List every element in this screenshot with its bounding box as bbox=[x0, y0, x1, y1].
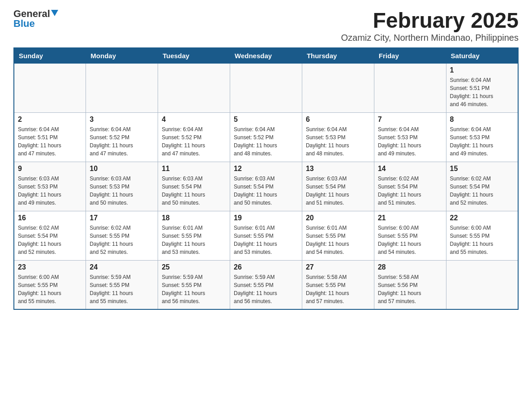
day-number: 18 bbox=[162, 214, 226, 222]
calendar-cell: 12Sunrise: 6:03 AMSunset: 5:54 PMDayligh… bbox=[230, 162, 302, 211]
day-number: 19 bbox=[234, 214, 298, 222]
day-info: Sunrise: 6:00 AMSunset: 5:55 PMDaylight:… bbox=[18, 273, 82, 305]
day-number: 28 bbox=[378, 263, 442, 271]
calendar-cell: 25Sunrise: 5:59 AMSunset: 5:55 PMDayligh… bbox=[158, 260, 230, 309]
col-sunday: Sunday bbox=[14, 48, 86, 64]
calendar-cell bbox=[14, 63, 86, 112]
calendar-cell: 7Sunrise: 6:04 AMSunset: 5:53 PMDaylight… bbox=[374, 112, 446, 162]
day-info: Sunrise: 6:01 AMSunset: 5:55 PMDaylight:… bbox=[306, 224, 370, 256]
col-friday: Friday bbox=[374, 48, 446, 64]
month-title: February 2025 bbox=[341, 9, 519, 33]
day-number: 14 bbox=[378, 165, 442, 173]
day-number: 23 bbox=[18, 263, 82, 271]
day-number: 21 bbox=[378, 214, 442, 222]
day-number: 12 bbox=[234, 165, 298, 173]
day-number: 22 bbox=[450, 214, 514, 222]
logo-general-text: General bbox=[13, 9, 50, 19]
calendar-cell: 26Sunrise: 5:59 AMSunset: 5:55 PMDayligh… bbox=[230, 260, 302, 309]
calendar-cell: 11Sunrise: 6:03 AMSunset: 5:54 PMDayligh… bbox=[158, 162, 230, 211]
day-number: 27 bbox=[306, 263, 370, 271]
day-number: 20 bbox=[306, 214, 370, 222]
calendar-week-4: 16Sunrise: 6:02 AMSunset: 5:54 PMDayligh… bbox=[14, 211, 518, 260]
calendar-cell: 1Sunrise: 6:04 AMSunset: 5:51 PMDaylight… bbox=[446, 63, 518, 112]
title-section: February 2025 Ozamiz City, Northern Mind… bbox=[341, 9, 519, 43]
day-info: Sunrise: 6:04 AMSunset: 5:52 PMDaylight:… bbox=[234, 125, 298, 158]
calendar-cell: 19Sunrise: 6:01 AMSunset: 5:55 PMDayligh… bbox=[230, 211, 302, 260]
day-info: Sunrise: 5:58 AMSunset: 5:55 PMDaylight:… bbox=[306, 273, 370, 305]
day-number: 15 bbox=[450, 165, 514, 173]
calendar-cell: 9Sunrise: 6:03 AMSunset: 5:53 PMDaylight… bbox=[14, 162, 86, 211]
day-number: 5 bbox=[234, 116, 298, 124]
calendar-cell: 3Sunrise: 6:04 AMSunset: 5:52 PMDaylight… bbox=[86, 112, 158, 162]
calendar-cell: 14Sunrise: 6:02 AMSunset: 5:54 PMDayligh… bbox=[374, 162, 446, 211]
calendar-body: 1Sunrise: 6:04 AMSunset: 5:51 PMDaylight… bbox=[14, 63, 518, 309]
calendar-cell: 17Sunrise: 6:02 AMSunset: 5:55 PMDayligh… bbox=[86, 211, 158, 260]
day-info: Sunrise: 6:00 AMSunset: 5:55 PMDaylight:… bbox=[378, 224, 442, 256]
calendar-cell: 27Sunrise: 5:58 AMSunset: 5:55 PMDayligh… bbox=[302, 260, 374, 309]
day-info: Sunrise: 6:04 AMSunset: 5:53 PMDaylight:… bbox=[306, 125, 370, 158]
calendar-cell: 13Sunrise: 6:03 AMSunset: 5:54 PMDayligh… bbox=[302, 162, 374, 211]
calendar-cell: 28Sunrise: 5:58 AMSunset: 5:56 PMDayligh… bbox=[374, 260, 446, 309]
calendar-cell: 6Sunrise: 6:04 AMSunset: 5:53 PMDaylight… bbox=[302, 112, 374, 162]
day-info: Sunrise: 6:02 AMSunset: 5:54 PMDaylight:… bbox=[18, 224, 82, 256]
day-info: Sunrise: 6:04 AMSunset: 5:53 PMDaylight:… bbox=[378, 125, 442, 158]
calendar-cell: 15Sunrise: 6:02 AMSunset: 5:54 PMDayligh… bbox=[446, 162, 518, 211]
day-number: 11 bbox=[162, 165, 226, 173]
col-wednesday: Wednesday bbox=[230, 48, 302, 64]
day-number: 6 bbox=[306, 116, 370, 124]
col-tuesday: Tuesday bbox=[158, 48, 230, 64]
calendar-cell: 4Sunrise: 6:04 AMSunset: 5:52 PMDaylight… bbox=[158, 112, 230, 162]
day-number: 3 bbox=[90, 116, 154, 124]
logo: General Blue bbox=[13, 9, 58, 29]
col-thursday: Thursday bbox=[302, 48, 374, 64]
day-info: Sunrise: 5:59 AMSunset: 5:55 PMDaylight:… bbox=[234, 273, 298, 305]
day-number: 13 bbox=[306, 165, 370, 173]
day-number: 24 bbox=[90, 263, 154, 271]
day-number: 1 bbox=[450, 66, 514, 74]
calendar-cell: 22Sunrise: 6:00 AMSunset: 5:55 PMDayligh… bbox=[446, 211, 518, 260]
calendar-cell bbox=[86, 63, 158, 112]
day-number: 17 bbox=[90, 214, 154, 222]
day-number: 26 bbox=[234, 263, 298, 271]
calendar-cell: 2Sunrise: 6:04 AMSunset: 5:51 PMDaylight… bbox=[14, 112, 86, 162]
day-info: Sunrise: 6:00 AMSunset: 5:55 PMDaylight:… bbox=[450, 224, 514, 256]
col-saturday: Saturday bbox=[446, 48, 518, 64]
header-row: Sunday Monday Tuesday Wednesday Thursday… bbox=[14, 48, 518, 64]
logo-blue-text: Blue bbox=[13, 19, 35, 29]
calendar-table: Sunday Monday Tuesday Wednesday Thursday… bbox=[13, 47, 519, 310]
day-number: 7 bbox=[378, 116, 442, 124]
day-info: Sunrise: 6:04 AMSunset: 5:53 PMDaylight:… bbox=[450, 125, 514, 158]
day-info: Sunrise: 6:03 AMSunset: 5:54 PMDaylight:… bbox=[162, 175, 226, 207]
day-info: Sunrise: 6:02 AMSunset: 5:54 PMDaylight:… bbox=[450, 175, 514, 207]
day-info: Sunrise: 6:02 AMSunset: 5:55 PMDaylight:… bbox=[90, 224, 154, 256]
day-number: 8 bbox=[450, 116, 514, 124]
day-info: Sunrise: 5:59 AMSunset: 5:55 PMDaylight:… bbox=[90, 273, 154, 305]
day-number: 10 bbox=[90, 165, 154, 173]
day-info: Sunrise: 6:03 AMSunset: 5:53 PMDaylight:… bbox=[18, 175, 82, 207]
calendar-cell: 20Sunrise: 6:01 AMSunset: 5:55 PMDayligh… bbox=[302, 211, 374, 260]
page-header: General Blue February 2025 Ozamiz City, … bbox=[13, 9, 519, 43]
calendar-cell bbox=[302, 63, 374, 112]
calendar-header: Sunday Monday Tuesday Wednesday Thursday… bbox=[14, 48, 518, 64]
day-info: Sunrise: 6:04 AMSunset: 5:52 PMDaylight:… bbox=[90, 125, 154, 158]
day-info: Sunrise: 6:03 AMSunset: 5:53 PMDaylight:… bbox=[90, 175, 154, 207]
day-number: 4 bbox=[162, 116, 226, 124]
calendar-cell bbox=[230, 63, 302, 112]
calendar-cell bbox=[374, 63, 446, 112]
day-info: Sunrise: 6:03 AMSunset: 5:54 PMDaylight:… bbox=[306, 175, 370, 207]
calendar-cell: 21Sunrise: 6:00 AMSunset: 5:55 PMDayligh… bbox=[374, 211, 446, 260]
day-info: Sunrise: 6:03 AMSunset: 5:54 PMDaylight:… bbox=[234, 175, 298, 207]
calendar-cell: 23Sunrise: 6:00 AMSunset: 5:55 PMDayligh… bbox=[14, 260, 86, 309]
col-monday: Monday bbox=[86, 48, 158, 64]
location-subtitle: Ozamiz City, Northern Mindanao, Philippi… bbox=[341, 33, 519, 43]
day-info: Sunrise: 6:04 AMSunset: 5:51 PMDaylight:… bbox=[18, 125, 82, 158]
day-info: Sunrise: 6:01 AMSunset: 5:55 PMDaylight:… bbox=[234, 224, 298, 256]
calendar-cell: 10Sunrise: 6:03 AMSunset: 5:53 PMDayligh… bbox=[86, 162, 158, 211]
day-number: 16 bbox=[18, 214, 82, 222]
day-info: Sunrise: 5:58 AMSunset: 5:56 PMDaylight:… bbox=[378, 273, 442, 305]
day-info: Sunrise: 6:01 AMSunset: 5:55 PMDaylight:… bbox=[162, 224, 226, 256]
day-info: Sunrise: 6:02 AMSunset: 5:54 PMDaylight:… bbox=[378, 175, 442, 207]
day-info: Sunrise: 6:04 AMSunset: 5:51 PMDaylight:… bbox=[450, 76, 514, 108]
calendar-week-1: 1Sunrise: 6:04 AMSunset: 5:51 PMDaylight… bbox=[14, 63, 518, 112]
logo-triangle-icon bbox=[51, 10, 58, 16]
